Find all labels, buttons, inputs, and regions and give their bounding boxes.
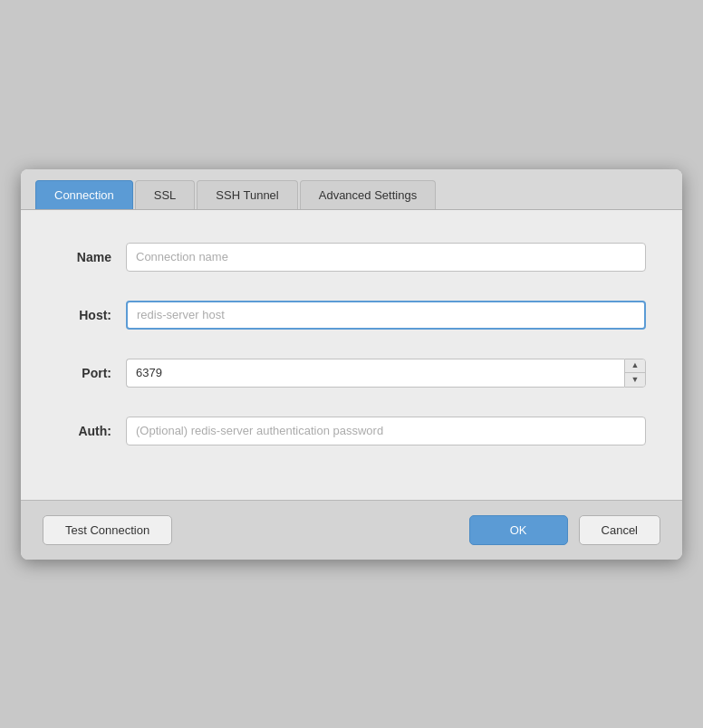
test-connection-button[interactable]: Test Connection: [43, 515, 172, 545]
ok-button[interactable]: OK: [469, 515, 568, 545]
port-wrapper: ▲ ▼: [126, 359, 646, 388]
tab-advanced-settings[interactable]: Advanced Settings: [300, 180, 436, 209]
auth-row: Auth:: [57, 417, 646, 445]
tab-ssl[interactable]: SSL: [135, 180, 196, 209]
host-input[interactable]: [126, 301, 646, 330]
tab-connection[interactable]: Connection: [35, 180, 133, 209]
form-content: Name Host: Port: ▲ ▼ Auth:: [21, 210, 682, 500]
name-input[interactable]: [126, 243, 646, 272]
tab-bar: Connection SSL SSH Tunnel Advanced Setti…: [21, 169, 682, 210]
port-decrement-button[interactable]: ▼: [625, 373, 645, 387]
host-row: Host:: [57, 301, 646, 330]
name-row: Name: [57, 243, 646, 272]
port-input[interactable]: [126, 359, 624, 388]
auth-label: Auth:: [57, 424, 111, 438]
host-label: Host:: [57, 308, 111, 322]
footer: Test Connection OK Cancel: [21, 500, 682, 560]
port-stepper: ▲ ▼: [624, 359, 646, 388]
footer-right: OK Cancel: [469, 515, 660, 545]
port-row: Port: ▲ ▼: [57, 359, 646, 388]
cancel-button[interactable]: Cancel: [579, 515, 660, 545]
dialog: Connection SSL SSH Tunnel Advanced Setti…: [21, 169, 682, 560]
tab-ssh-tunnel[interactable]: SSH Tunnel: [197, 180, 297, 209]
auth-input[interactable]: [126, 417, 646, 445]
name-label: Name: [57, 250, 111, 264]
port-label: Port:: [57, 366, 111, 380]
port-increment-button[interactable]: ▲: [625, 359, 645, 374]
